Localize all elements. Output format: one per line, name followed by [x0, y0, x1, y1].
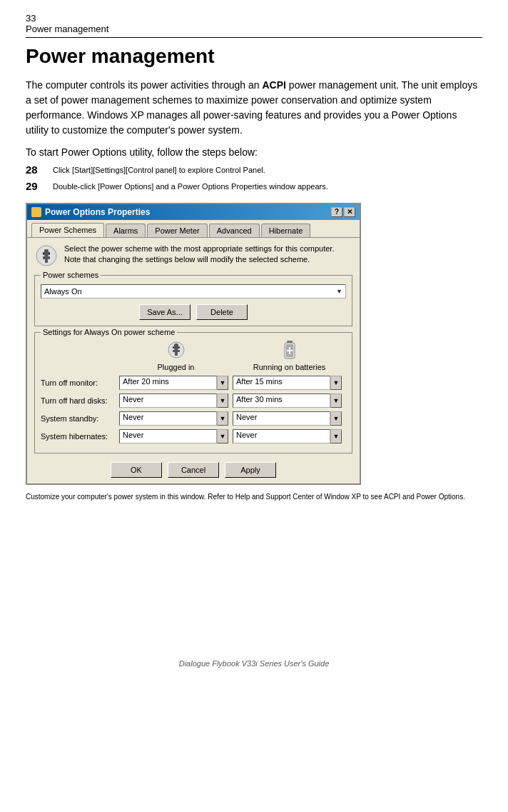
- close-button[interactable]: ✕: [344, 207, 355, 217]
- ok-button[interactable]: OK: [111, 462, 162, 478]
- dialog-bottom-buttons: OK Cancel Apply: [34, 459, 352, 478]
- step-29: 29 Double-click [Power Options] and a Po…: [26, 180, 482, 192]
- harddisk-battery-select[interactable]: After 30 mins ▼: [233, 394, 342, 408]
- scheme-dropdown-arrow[interactable]: ▼: [336, 288, 342, 295]
- step-28-number: 28: [26, 164, 53, 176]
- scheme-icon: [34, 244, 59, 268]
- footer-text: Dialogue Flybook V33i Series User's Guid…: [26, 659, 482, 668]
- hibernate-battery-select[interactable]: Never ▼: [233, 429, 342, 443]
- dialog-tabs: Power Schemes Alarms Power Meter Advance…: [27, 220, 360, 237]
- hibernate-plugged-value: Never: [119, 429, 217, 443]
- svg-rect-2: [43, 256, 50, 259]
- tab-power-schemes[interactable]: Power Schemes: [31, 223, 104, 237]
- settings-group-label: Settings for Always On power scheme: [41, 328, 177, 336]
- plug-icon: [34, 244, 59, 268]
- scheme-button-row: Save As... Delete: [41, 304, 346, 320]
- harddisk-battery-arrow[interactable]: ▼: [330, 394, 342, 408]
- standby-battery-value: Never: [233, 411, 330, 426]
- page-number: 33: [26, 13, 482, 24]
- standby-plugged-arrow[interactable]: ▼: [217, 411, 228, 426]
- svg-rect-8: [173, 350, 180, 352]
- scheme-value: Always On: [44, 287, 82, 296]
- dialog-body: Select the power scheme with the most ap…: [27, 237, 360, 483]
- monitor-battery-arrow[interactable]: ▼: [330, 376, 342, 390]
- page-title: Power management: [26, 45, 482, 68]
- battery-label: Running on batteries: [253, 363, 326, 371]
- hibernate-battery-value: Never: [233, 429, 330, 443]
- monitor-plugged-arrow[interactable]: ▼: [217, 376, 228, 390]
- tab-alarms[interactable]: Alarms: [106, 224, 146, 237]
- dialog-title-buttons: ? ✕: [331, 207, 355, 217]
- harddisk-plugged-arrow[interactable]: ▼: [217, 394, 228, 408]
- standby-plugged-value: Never: [119, 411, 217, 426]
- harddisk-plugged-select[interactable]: Never ▼: [119, 394, 228, 408]
- settings-group: Settings for Always On power scheme: [34, 332, 352, 453]
- svg-rect-7: [174, 344, 178, 350]
- svg-rect-5: [49, 252, 50, 255]
- battery-icon: [283, 340, 296, 361]
- scheme-info-text: Select the power scheme with the most ap…: [64, 244, 352, 266]
- step-29-text: Double-click [Power Options] and a Power…: [53, 180, 328, 192]
- dialog-title-icon: [31, 207, 41, 217]
- standby-battery-arrow[interactable]: ▼: [330, 411, 342, 426]
- scheme-select-field[interactable]: Always On ▼: [41, 284, 346, 299]
- step-28: 28 Click [Start][Settings][Control panel…: [26, 164, 482, 176]
- standby-battery-select[interactable]: Never ▼: [233, 411, 342, 426]
- hibernate-label: System hibernates:: [41, 432, 119, 441]
- section-header: Power management: [26, 24, 482, 34]
- intro-paragraph: The computer controls its power activiti…: [26, 78, 482, 138]
- settings-header-row: Plugged in Running on batteries: [41, 340, 346, 371]
- svg-rect-10: [173, 346, 174, 349]
- tab-power-meter[interactable]: Power Meter: [147, 224, 207, 237]
- settings-row-monitor: Turn off monitor: After 20 mins ▼ After …: [41, 376, 346, 390]
- tab-hibernate[interactable]: Hibernate: [261, 224, 311, 237]
- hibernate-plugged-arrow[interactable]: ▼: [217, 429, 228, 443]
- save-as-button[interactable]: Save As...: [139, 304, 190, 320]
- plugged-in-label: Plugged in: [158, 363, 195, 371]
- apply-button[interactable]: Apply: [225, 462, 276, 478]
- hibernate-plugged-select[interactable]: Never ▼: [119, 429, 228, 443]
- harddisk-battery-value: After 30 mins: [233, 394, 330, 408]
- power-options-dialog: Power Options Properties ? ✕ Power Schem…: [26, 203, 361, 485]
- svg-rect-9: [175, 352, 178, 356]
- power-schemes-group: Power schemes Always On ▼ Save As... Del…: [34, 275, 352, 326]
- settings-row-harddisks: Turn off hard disks: Never ▼ After 30 mi…: [41, 394, 346, 408]
- step-intro-text: To start Power Options utility, follow t…: [26, 146, 482, 158]
- settings-row-hibernate: System hibernates: Never ▼ Never ▼: [41, 429, 346, 443]
- standby-plugged-select[interactable]: Never ▼: [119, 411, 228, 426]
- power-schemes-label: Power schemes: [41, 271, 101, 279]
- step-29-number: 29: [26, 180, 53, 192]
- blank-space: [26, 502, 482, 659]
- monitor-plugged-select[interactable]: After 20 mins ▼: [119, 376, 228, 390]
- hibernate-battery-arrow[interactable]: ▼: [330, 429, 342, 443]
- monitor-battery-value: After 15 mins: [233, 376, 330, 390]
- svg-rect-4: [43, 252, 44, 255]
- settings-row-standby: System standby: Never ▼ Never ▼: [41, 411, 346, 426]
- step-28-text: Click [Start][Settings][Control panel] t…: [53, 164, 265, 176]
- standby-label: System standby:: [41, 414, 119, 423]
- caption-text: Customize your computer's power system i…: [26, 492, 482, 502]
- plugged-icon: [166, 340, 186, 361]
- svg-rect-1: [44, 249, 49, 256]
- harddisk-plugged-value: Never: [119, 394, 217, 408]
- page-header: 33 Power management: [26, 13, 482, 38]
- plugged-in-header: Plugged in: [119, 340, 233, 371]
- dialog-title-area: Power Options Properties: [31, 207, 150, 217]
- cancel-button[interactable]: Cancel: [168, 462, 219, 478]
- tab-advanced[interactable]: Advanced: [209, 224, 260, 237]
- help-button[interactable]: ?: [331, 207, 342, 217]
- scheme-info-row: Select the power scheme with the most ap…: [34, 244, 352, 268]
- svg-rect-11: [178, 346, 180, 349]
- harddisk-label: Turn off hard disks:: [41, 396, 119, 405]
- monitor-battery-select[interactable]: After 15 mins ▼: [233, 376, 342, 390]
- scheme-select-row: Always On ▼: [41, 284, 346, 299]
- dialog-titlebar: Power Options Properties ? ✕: [27, 204, 360, 220]
- monitor-label: Turn off monitor:: [41, 379, 119, 387]
- monitor-plugged-value: After 20 mins: [119, 376, 217, 390]
- delete-button[interactable]: Delete: [196, 304, 248, 320]
- battery-header: Running on batteries: [233, 340, 346, 371]
- dialog-title-text: Power Options Properties: [45, 207, 150, 217]
- svg-rect-3: [45, 259, 48, 263]
